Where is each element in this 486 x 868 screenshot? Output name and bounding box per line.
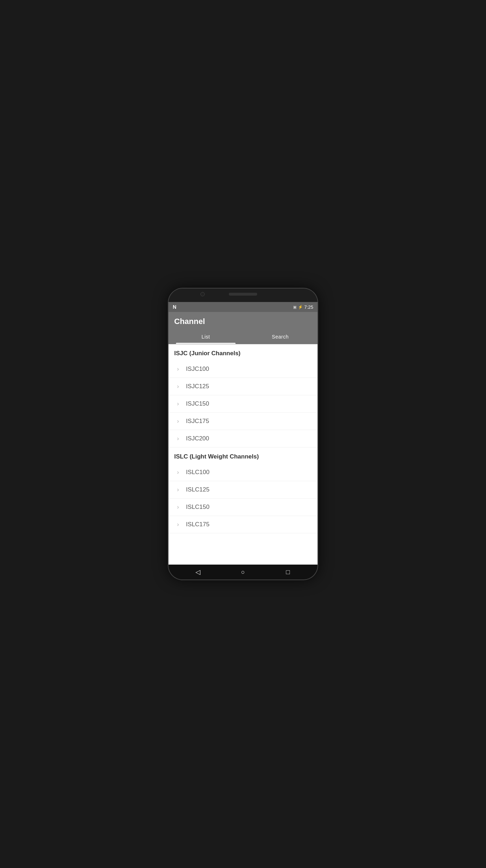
chevron-icon: › [177,401,179,407]
app-bar: Channel [169,312,317,330]
chevron-icon: › [177,366,179,372]
item-label: ISLC125 [186,486,209,493]
section-header-islc: ISLC (Light Weight Channels) [169,447,317,464]
list-item[interactable]: › ISJC125 [169,378,317,395]
battery-icon: ⚡ [298,305,303,309]
recent-button[interactable]: □ [281,566,295,578]
status-left: N [173,304,176,310]
list-item[interactable]: › ISJC175 [169,413,317,430]
content-area: ISJC (Junior Channels) › ISJC100 › ISJC1… [169,344,317,565]
chevron-icon: › [177,435,179,442]
camera [200,292,205,296]
chevron-icon: › [177,383,179,390]
section-header-isjc: ISJC (Junior Channels) [169,344,317,361]
item-label: ISJC200 [186,435,209,442]
list-item[interactable]: › ISLC125 [169,481,317,499]
status-bar: N ▣ ⚡ 7:25 [169,302,317,312]
item-label: ISLC100 [186,469,209,476]
chevron-icon: › [177,469,179,476]
phone-screen: N ▣ ⚡ 7:25 Channel List Search ISJC (Jun… [169,302,317,565]
list-item[interactable]: › ISLC150 [169,499,317,516]
list-item[interactable]: › ISJC150 [169,395,317,413]
tab-list[interactable]: List [169,330,243,344]
item-label: ISLC150 [186,504,209,511]
status-logo: N [173,304,176,310]
item-label: ISJC150 [186,400,209,407]
speaker [229,293,257,296]
item-label: ISJC100 [186,366,209,373]
chevron-icon: › [177,521,179,528]
list-item[interactable]: › ISJC200 [169,430,317,447]
list-item[interactable]: › ISLC100 [169,464,317,481]
tabs-container: List Search [169,330,317,344]
chevron-icon: › [177,504,179,510]
list-item[interactable]: › ISLC175 [169,516,317,533]
nav-bar: ◁ ○ □ [169,565,317,579]
item-label: ISJC175 [186,418,209,425]
phone-frame: N ▣ ⚡ 7:25 Channel List Search ISJC (Jun… [169,289,317,579]
list-item[interactable]: › ISJC100 [169,361,317,378]
item-label: ISLC175 [186,521,209,528]
status-right: ▣ ⚡ 7:25 [293,304,313,310]
home-button[interactable]: ○ [236,566,250,578]
tab-search[interactable]: Search [243,330,317,344]
signal-icon: ▣ [293,305,297,309]
item-label: ISJC125 [186,383,209,390]
back-button[interactable]: ◁ [191,566,205,578]
app-title: Channel [174,317,312,326]
chevron-icon: › [177,487,179,493]
status-time: 7:25 [304,304,313,310]
chevron-icon: › [177,418,179,424]
